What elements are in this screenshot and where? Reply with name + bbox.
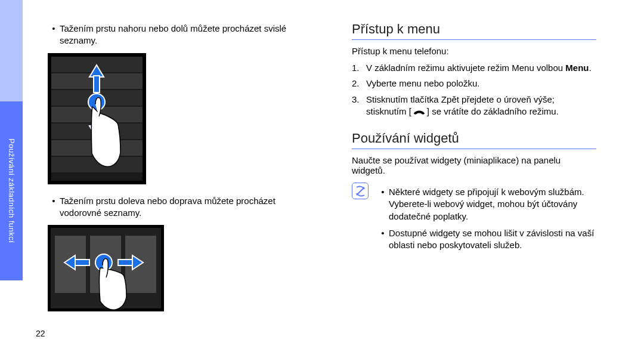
heading-access-menu: Přístup k menu — [352, 21, 596, 40]
page-number: 22 — [36, 329, 45, 338]
figure-horizontal-swipe — [48, 225, 316, 314]
note-item-2: • Dostupné widgety se mohou lišit v závi… — [377, 227, 596, 252]
end-call-icon — [411, 108, 427, 116]
note-block: • Některé widgety se připojují k webovým… — [352, 181, 596, 256]
side-tab-light — [0, 0, 23, 101]
side-tab-label: Používání základních funkcí — [7, 138, 16, 243]
side-tab-main: Používání základních funkcí — [0, 101, 23, 280]
left-column: • Tažením prstu nahoru nebo dolů můžete … — [36, 0, 328, 349]
widgets-intro: Naučte se používat widgety (miniaplikace… — [352, 155, 596, 175]
bullet-vertical-scroll: • Tažením prstu nahoru nebo dolů můžete … — [48, 23, 316, 47]
access-menu-intro: Přístup k menu telefonu: — [352, 46, 596, 56]
note-icon — [352, 183, 369, 199]
svg-rect-10 — [94, 76, 100, 92]
right-column: Přístup k menu Přístup k menu telefonu: … — [328, 0, 620, 349]
heading-widgets: Používání widgetů — [352, 131, 596, 149]
bullet-horizontal-scroll: • Tažením prstu doleva nebo doprava může… — [48, 195, 316, 220]
note-item-1: • Některé widgety se připojují k webovým… — [377, 186, 596, 223]
figure-vertical-swipe — [48, 53, 316, 187]
access-menu-steps: 1. V základním režimu aktivujete režim M… — [352, 62, 596, 118]
